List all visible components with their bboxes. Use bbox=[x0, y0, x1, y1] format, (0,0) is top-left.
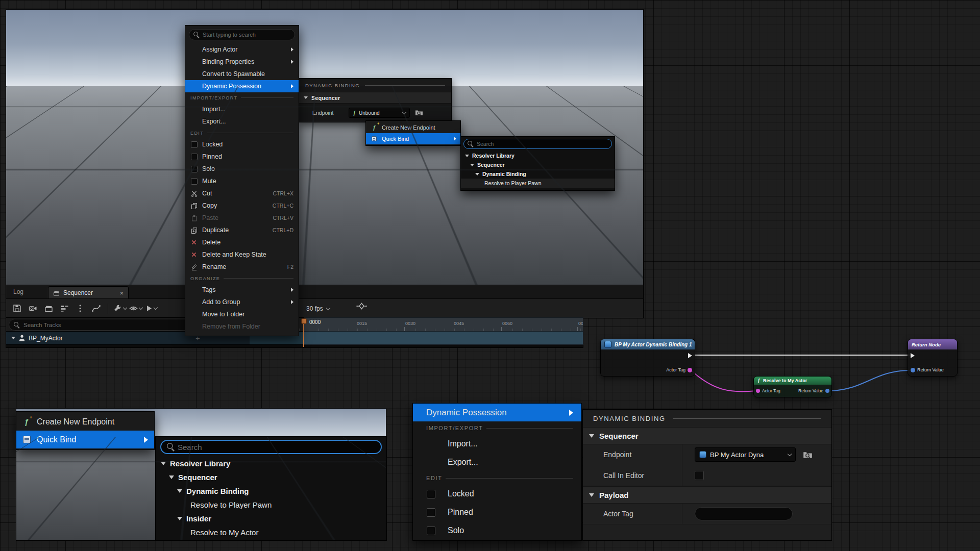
expander-icon[interactable] bbox=[177, 517, 182, 520]
menu-item-solo[interactable]: Solo bbox=[185, 163, 299, 175]
menu-item-paste[interactable]: Paste CTRL+V bbox=[185, 212, 299, 224]
expander-icon[interactable] bbox=[11, 337, 15, 339]
tree-item-dynamic-binding[interactable]: Dynamic Binding bbox=[461, 169, 615, 179]
menu-item-dynamic-possession[interactable]: Dynamic Possession bbox=[185, 80, 299, 92]
expander-icon[interactable] bbox=[589, 434, 594, 438]
close-tab-icon[interactable]: × bbox=[119, 290, 124, 296]
playhead-handle[interactable] bbox=[301, 318, 307, 324]
menu-item-convert-to-spawnable[interactable]: Convert to Spawnable bbox=[185, 68, 299, 80]
browse-to-asset-icon[interactable] bbox=[803, 450, 813, 459]
tree-item-insider[interactable]: Insider bbox=[156, 512, 386, 525]
section-payload[interactable]: Payload bbox=[583, 486, 831, 504]
menu-item-pinned[interactable]: Pinned bbox=[185, 151, 299, 163]
tree-item-resolver-library[interactable]: Resolver Library bbox=[156, 457, 386, 470]
menu-item-copy[interactable]: Copy CTRL+C bbox=[185, 199, 299, 212]
exec-input-pin[interactable] bbox=[911, 353, 915, 358]
tree-item-resolve-to-player-pawn[interactable]: Resolve to Player Pawn bbox=[156, 498, 386, 512]
menu-item-delete-and-keep-state[interactable]: Delete and Keep State bbox=[185, 248, 299, 261]
menu-item-solo[interactable]: Solo bbox=[413, 521, 581, 540]
endpoint-dropdown[interactable]: ƒ Unbound bbox=[349, 108, 410, 118]
tab-log[interactable]: Log bbox=[13, 288, 23, 295]
settings-wrench-button[interactable] bbox=[113, 302, 127, 315]
expander-icon[interactable] bbox=[589, 493, 594, 497]
tree-item-resolve-to-player-pawn[interactable]: Resolve to Player Pawn bbox=[461, 179, 615, 188]
menu-item-locked[interactable]: Locked bbox=[413, 485, 581, 503]
tree-item-dynamic-binding[interactable]: Dynamic Binding bbox=[156, 484, 386, 498]
expander-icon[interactable] bbox=[470, 164, 474, 166]
menu-item-delete[interactable]: Delete bbox=[185, 236, 299, 248]
checkbox[interactable] bbox=[427, 508, 435, 517]
return-value-pin-icon[interactable] bbox=[911, 368, 915, 372]
resolver-search-input[interactable] bbox=[178, 443, 375, 452]
menu-item-dynamic-possession[interactable]: Dynamic Possession bbox=[413, 404, 581, 421]
menu-item-rename[interactable]: Rename F2 bbox=[185, 261, 299, 273]
resolver-search-input[interactable] bbox=[477, 141, 608, 147]
menu-item-pinned[interactable]: Pinned bbox=[413, 503, 581, 521]
resolver-search-box[interactable] bbox=[160, 440, 382, 454]
node-bp-my-actor-dynamic-binding[interactable]: BP My Actor Dynamic Binding 1 Actor Tag bbox=[600, 339, 695, 377]
actor-tag-pin-icon[interactable] bbox=[688, 368, 692, 372]
node-header[interactable]: ƒ Resolve to My Actor bbox=[754, 377, 831, 385]
menu-item-assign-actor[interactable]: Assign Actor bbox=[185, 43, 299, 56]
menu-item-move-to-folder[interactable]: Move to Folder bbox=[185, 308, 299, 320]
tracks-list-button[interactable] bbox=[58, 302, 71, 315]
playhead-line[interactable] bbox=[303, 324, 304, 347]
tree-item-resolver-library[interactable]: Resolver Library bbox=[461, 151, 615, 160]
menu-search-box[interactable] bbox=[189, 29, 295, 40]
expander-icon[interactable] bbox=[177, 489, 182, 493]
node-header[interactable]: Return Node bbox=[908, 339, 957, 349]
actor-tag-input[interactable] bbox=[695, 507, 793, 520]
checkbox[interactable] bbox=[191, 141, 198, 148]
checkbox[interactable] bbox=[427, 490, 435, 498]
expander-icon[interactable] bbox=[304, 96, 308, 99]
tab-sequencer[interactable]: Sequencer × bbox=[48, 286, 129, 299]
menu-item-binding-properties[interactable]: Binding Properties bbox=[185, 56, 299, 68]
menu-item-cut[interactable]: Cut CTRL+X bbox=[185, 187, 299, 199]
timeline-scrollbar[interactable] bbox=[6, 345, 583, 348]
expander-icon[interactable] bbox=[169, 475, 174, 479]
keyframe-options-button[interactable] bbox=[356, 302, 367, 312]
menu-item-create-new-endpoint[interactable]: ƒ Create New Endpoint bbox=[366, 122, 460, 133]
render-movie-button[interactable] bbox=[42, 302, 55, 315]
node-return[interactable]: Return Node Return Value bbox=[908, 339, 958, 377]
menu-item-mute[interactable]: Mute bbox=[185, 175, 299, 187]
return-value-pin-icon[interactable] bbox=[825, 389, 829, 393]
more-options-button[interactable] bbox=[74, 302, 87, 315]
resolver-search-box[interactable] bbox=[463, 139, 612, 149]
menu-item-export[interactable]: Export... bbox=[413, 453, 581, 471]
menu-item-quick-bind[interactable]: Quick Bind bbox=[366, 133, 460, 144]
save-button[interactable] bbox=[10, 302, 23, 315]
view-options-eye-button[interactable] bbox=[129, 302, 142, 315]
node-resolve-to-my-actor[interactable]: ƒ Resolve to My Actor Actor Tag Return V… bbox=[753, 376, 832, 397]
actor-tag-input[interactable]: Actor Tag bbox=[756, 388, 780, 393]
menu-item-import[interactable]: Import... bbox=[413, 435, 581, 453]
expander-icon[interactable] bbox=[475, 173, 479, 176]
actor-tag-pin-icon[interactable] bbox=[756, 389, 760, 393]
tree-item-resolve-to-my-actor[interactable]: Resolve to My Actor bbox=[156, 525, 386, 539]
browse-to-asset-icon[interactable] bbox=[415, 109, 423, 116]
menu-item-create-new-endpoint[interactable]: ƒ Create New Endpoint bbox=[16, 413, 154, 431]
checkbox[interactable] bbox=[191, 178, 198, 185]
return-value-output[interactable]: Return Value bbox=[798, 388, 829, 393]
menu-item-export[interactable]: Export... bbox=[185, 115, 299, 128]
call-in-editor-checkbox[interactable] bbox=[695, 471, 704, 480]
menu-item-import[interactable]: Import... bbox=[185, 103, 299, 115]
playback-options-button[interactable] bbox=[145, 302, 158, 315]
checkbox[interactable] bbox=[191, 166, 198, 172]
tree-item-sequencer[interactable]: Sequencer bbox=[156, 470, 386, 484]
fps-dropdown[interactable]: 30 fps bbox=[306, 299, 330, 318]
checkbox[interactable] bbox=[191, 154, 198, 160]
checkbox[interactable] bbox=[427, 527, 435, 535]
menu-item-tags[interactable]: Tags bbox=[185, 284, 299, 296]
menu-item-locked[interactable]: Locked bbox=[185, 138, 299, 151]
camera-button[interactable] bbox=[26, 302, 39, 315]
node-header[interactable]: BP My Actor Dynamic Binding 1 bbox=[601, 339, 695, 349]
menu-item-remove-from-folder[interactable]: Remove from Folder bbox=[185, 320, 299, 333]
endpoint-dropdown[interactable]: BP My Actor Dyna bbox=[695, 447, 796, 462]
return-value-input[interactable]: Return Value bbox=[911, 367, 944, 372]
section-sequencer[interactable]: Sequencer bbox=[299, 92, 451, 104]
menu-item-add-to-group[interactable]: Add to Group bbox=[185, 296, 299, 308]
actor-tag-output[interactable]: Actor Tag bbox=[666, 367, 692, 372]
menu-item-quick-bind[interactable]: Quick Bind bbox=[16, 431, 154, 448]
expander-icon[interactable] bbox=[465, 155, 469, 157]
